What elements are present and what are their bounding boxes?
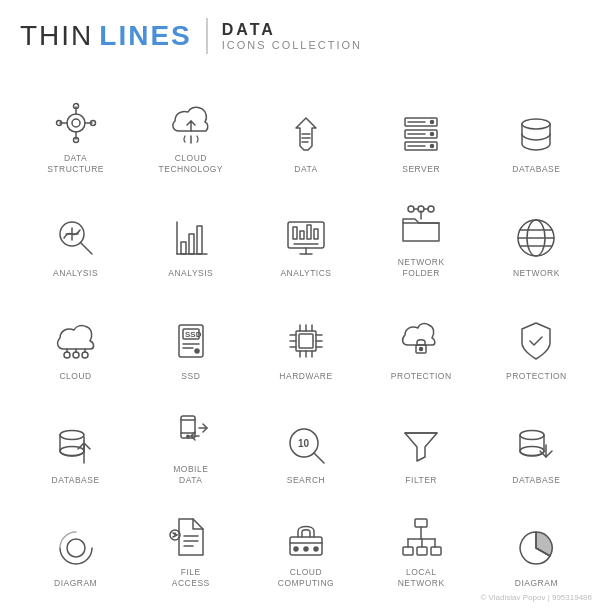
local-network-icon [395, 511, 447, 563]
svg-point-98 [67, 539, 85, 557]
icon-cell-database-dl: DATABASE [481, 388, 592, 487]
header-lines: LINES [99, 20, 191, 52]
cloud-icon [50, 315, 102, 367]
svg-point-80 [420, 348, 423, 351]
svg-point-18 [431, 133, 434, 136]
protection-cloud-label: PROTECTION [391, 371, 452, 382]
icon-cell-mobile-data: MOBILEDATA [135, 388, 246, 487]
protection-shield-label: PROTECTION [506, 371, 567, 382]
database-up-label: DATABASE [52, 475, 100, 486]
svg-rect-32 [197, 226, 202, 254]
search-label: SEARCH [287, 475, 325, 486]
icon-cell-server: SERVER [366, 78, 477, 177]
cloud-label: CLOUD [59, 371, 91, 382]
hardware-icon [280, 315, 332, 367]
diagram-left-label: DIAGRAM [54, 578, 97, 589]
svg-rect-31 [189, 234, 194, 254]
icon-cell-file-access: FILEACCESS [135, 492, 246, 591]
svg-point-17 [431, 121, 434, 124]
icon-cell-analytics: ANALYTICS [250, 181, 361, 280]
svg-rect-110 [403, 547, 413, 555]
svg-line-25 [80, 242, 92, 254]
svg-rect-66 [299, 334, 313, 348]
diagram-right-icon [510, 522, 562, 574]
icon-cell-cloud-computing: CLOUDCOMPUTING [250, 492, 361, 591]
icon-cell-network: NETWORK [481, 181, 592, 280]
svg-line-90 [314, 453, 324, 463]
icon-cell-ssd: SSD SSD [135, 285, 246, 384]
svg-text:SSD: SSD [185, 330, 202, 339]
network-icon [510, 212, 562, 264]
icon-cell-filter: FILTER [366, 388, 477, 487]
network-label: NETWORK [513, 268, 560, 279]
server-label: SERVER [402, 164, 440, 175]
protection-shield-icon [510, 315, 562, 367]
mobile-data-icon [165, 408, 217, 460]
cloud-computing-icon [280, 511, 332, 563]
svg-point-19 [431, 145, 434, 148]
svg-rect-112 [431, 547, 441, 555]
icon-cell-data: DATA [250, 78, 361, 177]
icon-cell-diagram-left: DIAGRAM [20, 492, 131, 591]
protection-cloud-icon [395, 315, 447, 367]
network-folder-icon [395, 201, 447, 253]
network-folder-label: NETWORKFOLDER [398, 257, 445, 279]
search-icon: 10 [280, 419, 332, 471]
svg-point-9 [90, 121, 95, 126]
icon-cell-local-network: LOCALNETWORK [366, 492, 477, 591]
analytics-icon [280, 212, 332, 264]
icon-cell-data-structure: DATASTRUCTURE [20, 78, 131, 177]
svg-point-53 [64, 352, 70, 358]
svg-point-0 [67, 114, 85, 132]
svg-rect-39 [307, 225, 311, 239]
local-network-label: LOCALNETWORK [398, 567, 445, 589]
analysis-bar-label: ANALYSIS [168, 268, 213, 279]
icon-cell-hardware: HARDWARE [250, 285, 361, 384]
database-dl-icon [510, 419, 562, 471]
svg-point-88 [187, 435, 189, 437]
icon-cell-cloud-technology: CLOUDTECHNOLOGY [135, 78, 246, 177]
file-access-icon [165, 511, 217, 563]
cloud-computing-label: CLOUDCOMPUTING [278, 567, 334, 589]
header-thin: THIN [20, 20, 93, 52]
svg-rect-38 [300, 231, 304, 239]
header-right: DATA ICONS COLLECTION [222, 21, 362, 51]
header-data: DATA [222, 21, 362, 39]
icon-cell-database-up: DATABASE [20, 388, 131, 487]
svg-point-6 [73, 104, 78, 109]
svg-point-7 [73, 138, 78, 143]
analytics-label: ANALYTICS [280, 268, 331, 279]
cloud-technology-label: CLOUDTECHNOLOGY [159, 153, 224, 175]
svg-rect-111 [417, 547, 427, 555]
header-collection: ICONS COLLECTION [222, 39, 362, 51]
icon-cell-analysis-mag: ANALYSIS [20, 181, 131, 280]
svg-point-106 [294, 547, 298, 551]
database-label: DATABASE [512, 164, 560, 175]
ssd-label: SSD [181, 371, 200, 382]
watermark: © Vladislav Popov | 995319486 [20, 593, 592, 602]
svg-rect-30 [181, 242, 186, 254]
filter-icon [395, 419, 447, 471]
analysis-mag-label: ANALYSIS [53, 268, 98, 279]
svg-text:10: 10 [298, 438, 310, 449]
data-icon [280, 108, 332, 160]
svg-point-54 [73, 352, 79, 358]
icon-cell-diagram-right: DIAGRAM [481, 492, 592, 591]
hardware-label: HARDWARE [279, 371, 332, 382]
svg-point-1 [72, 119, 80, 127]
svg-point-8 [56, 121, 61, 126]
filter-label: FILTER [405, 475, 437, 486]
svg-point-81 [60, 430, 84, 439]
svg-rect-37 [293, 227, 297, 239]
analysis-mag-icon [50, 212, 102, 264]
analysis-bar-icon [165, 212, 217, 264]
mobile-data-label: MOBILEDATA [173, 464, 208, 486]
data-label: DATA [294, 164, 317, 175]
svg-point-44 [408, 206, 414, 212]
svg-point-107 [304, 547, 308, 551]
ssd-icon: SSD [165, 315, 217, 367]
server-icon [395, 108, 447, 160]
svg-rect-109 [415, 519, 427, 527]
icon-cell-database: DATABASE [481, 78, 592, 177]
database-dl-label: DATABASE [512, 475, 560, 486]
